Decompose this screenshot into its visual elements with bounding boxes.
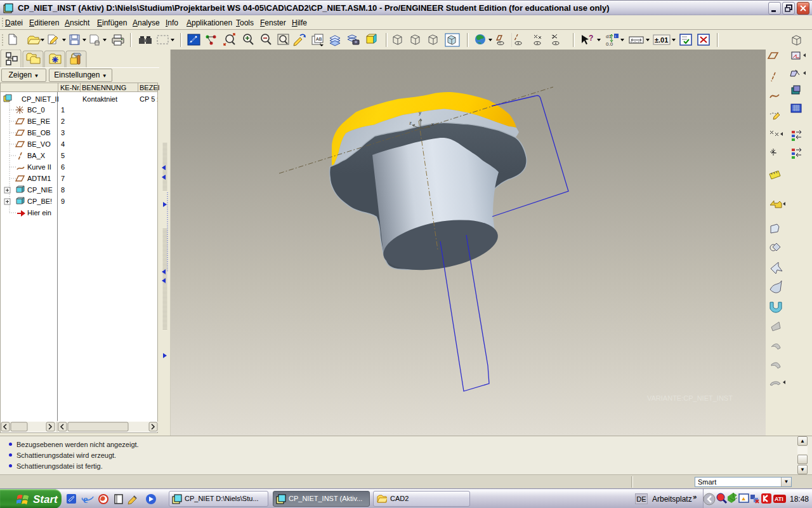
svg-text:Kurve II: Kurve II [27, 163, 51, 171]
svg-text:BE_VO: BE_VO [27, 140, 51, 148]
svg-text:BE_OB: BE_OB [27, 129, 51, 137]
svg-text:BA_X: BA_X [27, 152, 46, 159]
svg-text:8: 8 [61, 186, 65, 194]
svg-text:1: 1 [61, 106, 65, 114]
svg-text:CP_NIET_II: CP_NIET_II [22, 95, 59, 103]
svg-text:CP 5 x: CP 5 x [140, 95, 157, 103]
svg-text:BE_RE: BE_RE [27, 117, 50, 125]
svg-text:9: 9 [61, 197, 65, 205]
svg-text:ATI: ATI [775, 496, 783, 502]
svg-text:±.01: ±.01 [655, 36, 668, 44]
svg-text:x: x [431, 121, 434, 127]
svg-text:i: i [615, 34, 616, 38]
svg-text:y: y [419, 110, 421, 116]
svg-text:0.0: 0.0 [606, 41, 613, 47]
svg-text:?: ? [589, 34, 593, 43]
svg-text:e: e [83, 493, 88, 505]
svg-text:Kontaktniet: Kontaktniet [82, 95, 117, 103]
svg-text:d1: d1 [606, 34, 612, 39]
svg-text:BC_0: BC_0 [27, 106, 45, 114]
svg-text:18:48: 18:48 [790, 495, 809, 504]
svg-text:2: 2 [61, 117, 65, 125]
svg-text:Start: Start [33, 493, 58, 505]
svg-text:7: 7 [61, 175, 65, 182]
svg-text:ADTM1: ADTM1 [27, 175, 51, 182]
svg-text:5: 5 [61, 152, 65, 159]
svg-text:3: 3 [61, 129, 65, 137]
svg-text:VARIANTE:CP_NIET_INST: VARIANTE:CP_NIET_INST [647, 394, 733, 402]
svg-text:6: 6 [61, 163, 65, 171]
svg-text:4: 4 [61, 140, 65, 148]
svg-text:Hier ein: Hier ein [27, 209, 51, 217]
svg-text:CP_BE!: CP_BE! [27, 197, 52, 205]
svg-text:AB: AB [316, 37, 322, 41]
svg-text:CP_NIE: CP_NIE [27, 186, 53, 194]
svg-text:z: z [409, 120, 412, 126]
